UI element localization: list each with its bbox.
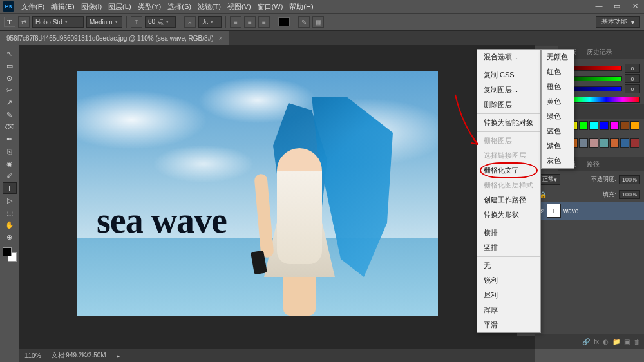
- canvas-area[interactable]: sea wave: [19, 45, 535, 349]
- crop-tool[interactable]: ✂: [3, 84, 17, 96]
- align-left-icon[interactable]: ≡: [230, 16, 242, 28]
- context-item[interactable]: 横排: [477, 225, 540, 240]
- pencil-tool[interactable]: ✐: [3, 170, 17, 182]
- submenu-item[interactable]: 紫色: [542, 138, 574, 153]
- submenu-item[interactable]: 灰色: [542, 153, 574, 168]
- warp-text-icon[interactable]: ✎: [298, 16, 310, 28]
- context-item[interactable]: 混合选项...: [477, 50, 540, 64]
- context-item[interactable]: 删除图层: [477, 97, 540, 112]
- layer-row[interactable]: 👁 T wave: [535, 202, 644, 220]
- submenu-item[interactable]: 蓝色: [542, 124, 574, 138]
- fill-input[interactable]: 100%: [619, 190, 640, 199]
- hand-tool[interactable]: ✋: [3, 219, 17, 231]
- context-item[interactable]: 转换为智能对象: [477, 115, 540, 130]
- canvas[interactable]: sea wave: [77, 71, 438, 316]
- context-item[interactable]: 复制图层...: [477, 82, 540, 97]
- character-panel-icon[interactable]: ▦: [312, 16, 324, 28]
- trash-icon[interactable]: 🗑: [634, 338, 640, 345]
- document-tab[interactable]: 956f7c87f6d4465d956091311d0eedac.jpg @ 1…: [0, 31, 229, 45]
- mask-icon[interactable]: ◐: [603, 338, 609, 345]
- context-item[interactable]: 锐利: [477, 273, 540, 288]
- swatch[interactable]: [589, 138, 598, 148]
- submenu-item[interactable]: 黄色: [542, 94, 574, 109]
- context-item[interactable]: 创建工作路径: [477, 193, 540, 207]
- submenu-item[interactable]: 橙色: [542, 79, 574, 94]
- eyedropper-tool[interactable]: ↗: [3, 97, 17, 108]
- maximize-button[interactable]: ▭: [608, 0, 626, 12]
- canvas-text[interactable]: sea wave: [97, 200, 227, 241]
- context-item[interactable]: 复制 CSS: [477, 68, 540, 82]
- move-tool[interactable]: ↖: [3, 48, 17, 59]
- swatch[interactable]: [620, 121, 629, 130]
- menu-help[interactable]: 帮助(H): [286, 1, 316, 13]
- swatch[interactable]: [630, 138, 639, 148]
- status-arrow[interactable]: ▸: [117, 352, 120, 359]
- submenu-item[interactable]: 绿色: [542, 109, 574, 124]
- minimize-button[interactable]: —: [590, 0, 608, 12]
- menu-filter[interactable]: 滤镜(T): [194, 1, 224, 13]
- swatch[interactable]: [600, 121, 609, 130]
- folder-icon[interactable]: 📁: [612, 338, 620, 345]
- swatch[interactable]: [630, 121, 639, 130]
- swatch[interactable]: [620, 138, 629, 148]
- close-button[interactable]: ✕: [626, 0, 644, 12]
- link-icon[interactable]: 🔗: [582, 338, 590, 345]
- opacity-input[interactable]: 100%: [619, 175, 640, 184]
- context-item[interactable]: 平滑: [477, 318, 540, 332]
- menu-view[interactable]: 视图(V): [224, 1, 254, 13]
- swatch[interactable]: [610, 138, 619, 148]
- context-item[interactable]: 犀利: [477, 288, 540, 303]
- context-menu[interactable]: 混合选项...复制 CSS复制图层...删除图层转换为智能对象栅格图层选择链接图…: [477, 49, 541, 333]
- foreground-color[interactable]: [3, 247, 12, 256]
- workspace-switcher[interactable]: 基本功能▾: [596, 16, 640, 28]
- font-size-select[interactable]: 60 点▾: [145, 16, 176, 28]
- swatch[interactable]: [579, 138, 588, 148]
- zoom-level[interactable]: 110%: [24, 352, 41, 359]
- shape-tool[interactable]: ⬚: [3, 207, 17, 218]
- layer-thumb[interactable]: T: [547, 204, 561, 218]
- menu-layer[interactable]: 图层(L): [105, 1, 134, 13]
- context-item[interactable]: 竖排: [477, 240, 540, 255]
- type-tool[interactable]: T: [3, 182, 17, 194]
- marquee-tool[interactable]: ▭: [3, 60, 17, 71]
- tool-preset-icon[interactable]: T: [4, 17, 15, 27]
- font-weight-select[interactable]: Medium▾: [86, 16, 122, 28]
- path-tool[interactable]: ▷: [3, 195, 17, 206]
- menu-image[interactable]: 图像(I): [78, 1, 105, 13]
- context-item[interactable]: 无: [477, 258, 540, 273]
- align-right-icon[interactable]: ≡: [258, 16, 270, 28]
- layer-name[interactable]: wave: [564, 207, 578, 214]
- zoom-tool[interactable]: ⊕: [3, 231, 17, 243]
- gradient-tool[interactable]: ◉: [3, 158, 17, 169]
- swatch[interactable]: [579, 121, 588, 130]
- context-item[interactable]: 栅格化文字: [477, 163, 540, 178]
- color-swatch[interactable]: [3, 247, 17, 262]
- context-item[interactable]: 转换为形状: [477, 207, 540, 222]
- menu-type[interactable]: 类型(Y): [135, 1, 165, 13]
- tab-close-icon[interactable]: ×: [219, 35, 223, 42]
- font-family-select[interactable]: Hobo Std▾: [32, 16, 84, 28]
- submenu-item[interactable]: 红色: [542, 64, 574, 79]
- menu-edit[interactable]: 编辑(E): [48, 1, 78, 13]
- text-color-swatch[interactable]: [278, 17, 290, 26]
- color-submenu[interactable]: 无颜色红色橙色黄色绿色蓝色紫色灰色: [541, 49, 574, 169]
- swatch[interactable]: [600, 138, 609, 148]
- align-center-icon[interactable]: ≡: [244, 16, 256, 28]
- tab-history[interactable]: 历史记录: [582, 46, 618, 59]
- swatch[interactable]: [589, 121, 598, 130]
- new-layer-icon[interactable]: ▣: [624, 338, 630, 345]
- swatch[interactable]: [610, 121, 619, 130]
- menu-window[interactable]: 窗口(W): [254, 1, 287, 13]
- lasso-tool[interactable]: ⊙: [3, 72, 17, 84]
- context-item[interactable]: 浑厚: [477, 303, 540, 318]
- menu-file[interactable]: 文件(F): [18, 1, 48, 13]
- submenu-item[interactable]: 无颜色: [542, 50, 574, 64]
- antialias-select[interactable]: 无▾: [198, 16, 222, 28]
- clone-tool[interactable]: ⎘: [3, 146, 17, 157]
- tab-paths[interactable]: 路径: [582, 158, 605, 171]
- fx-icon[interactable]: fx: [594, 338, 599, 345]
- orientation-toggle[interactable]: ⇄: [18, 16, 30, 28]
- eraser-tool[interactable]: ⌫: [3, 121, 17, 133]
- menu-select[interactable]: 选择(S): [164, 1, 194, 13]
- brush-tool[interactable]: ✎: [3, 109, 17, 120]
